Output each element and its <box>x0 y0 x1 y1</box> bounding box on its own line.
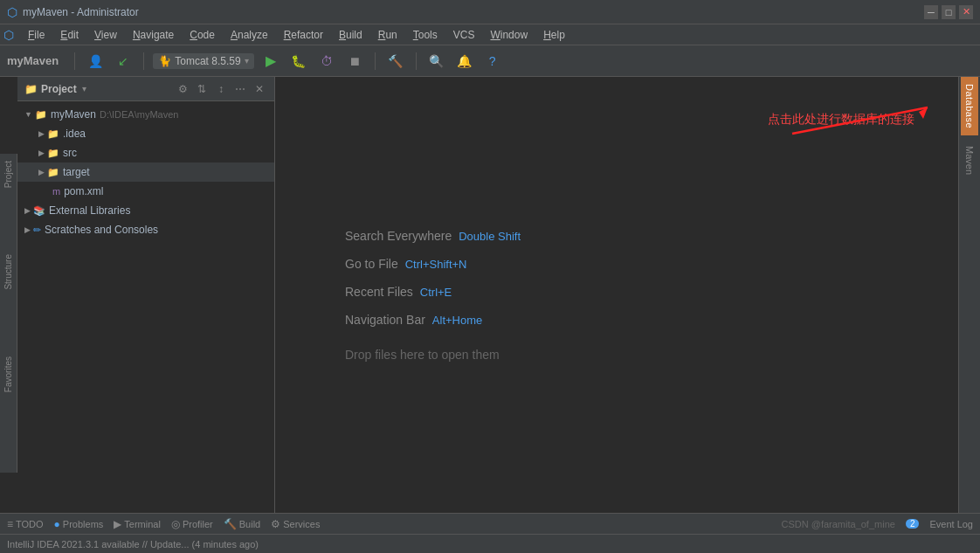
favorites-side-tab[interactable]: Favorites <box>1 349 16 399</box>
todo-icon: ≡ <box>7 518 13 530</box>
project-header-title: Project <box>41 83 77 95</box>
src-label: src <box>63 147 77 159</box>
editor-area: Search Everywhere Double Shift Go to Fil… <box>275 77 958 513</box>
profile-button[interactable]: ⏱ <box>315 50 338 73</box>
debug-button[interactable]: 🐛 <box>287 50 310 73</box>
search-everywhere-button[interactable]: 🔍 <box>425 50 448 73</box>
project-expand-icon[interactable]: ↕ <box>213 81 229 97</box>
shortcut-goto-key: Ctrl+Shift+N <box>405 258 467 271</box>
project-sort-icon[interactable]: ⇅ <box>194 81 210 97</box>
content-area: Project Structure Favorites 📁 Project ▾ … <box>0 77 980 513</box>
terminal-icon: ▶ <box>114 518 121 530</box>
menu-window[interactable]: Window <box>483 27 535 43</box>
project-close-icon[interactable]: ✕ <box>252 81 267 97</box>
tree-item-pomxml[interactable]: m pom.xml <box>17 182 274 201</box>
menu-help[interactable]: Help <box>536 27 572 43</box>
menu-vcs[interactable]: VCS <box>446 27 482 43</box>
tree-item-scratches[interactable]: ▶ ✏ Scratches and Consoles <box>17 220 274 239</box>
menu-build[interactable]: Build <box>332 27 369 43</box>
project-side-tab[interactable]: Project <box>1 154 16 195</box>
shortcut-search-everywhere: Search Everywhere Double Shift <box>345 229 521 243</box>
shortcut-recent-files: Recent Files Ctrl+E <box>345 285 452 299</box>
editor-content: Search Everywhere Double Shift Go to Fil… <box>275 77 958 513</box>
pomxml-file-icon: m <box>52 186 60 197</box>
idea-arrow-icon: ▶ <box>38 129 45 138</box>
structure-side-tab[interactable]: Structure <box>1 247 16 297</box>
notifications-button[interactable]: 🔔 <box>453 50 476 73</box>
menu-run[interactable]: Run <box>371 27 404 43</box>
csdn-user: CSDN @faramita_of_mine <box>782 519 895 529</box>
tree-item-idea[interactable]: ▶ 📁 .idea <box>17 124 274 143</box>
left-vertical-tabs: Project Structure Favorites <box>0 154 17 473</box>
src-arrow-icon: ▶ <box>38 149 45 157</box>
profiler-status[interactable]: ◎ Profiler <box>171 518 213 530</box>
toolbar-separator-2 <box>143 52 144 70</box>
menu-refactor[interactable]: Refactor <box>277 27 330 43</box>
menu-analyze[interactable]: Analyze <box>224 27 275 43</box>
close-button[interactable]: ✕ <box>959 5 973 19</box>
tree-item-external-libraries[interactable]: ▶ 📚 External Libraries <box>17 201 274 220</box>
idea-label: .idea <box>63 128 86 140</box>
run-config-selector[interactable]: 🐈 Tomcat 8.5.59 ▾ <box>153 53 253 69</box>
tree-root[interactable]: ▼ 📁 myMaven D:\IDEA\myMaven <box>17 105 274 124</box>
project-gear-icon[interactable]: ⋯ <box>232 81 248 97</box>
tree-item-target[interactable]: ▶ 📁 target <box>17 162 274 182</box>
database-tab[interactable]: Database <box>961 77 978 135</box>
app-logo-icon: ⬡ <box>3 28 14 42</box>
shortcut-navigation-bar: Navigation Bar Alt+Home <box>345 313 482 327</box>
stop-button[interactable]: ⏹ <box>343 50 366 73</box>
build-icon: 🔨 <box>224 518 237 530</box>
maximize-button[interactable]: □ <box>942 5 956 19</box>
toolbar-separator-4 <box>416 52 417 70</box>
menu-edit[interactable]: Edit <box>53 27 86 43</box>
root-arrow-icon: ▼ <box>24 110 32 119</box>
terminal-status[interactable]: ▶ Terminal <box>114 518 161 530</box>
build-status[interactable]: 🔨 Build <box>224 518 260 530</box>
project-panel-header: 📁 Project ▾ ⚙ ⇅ ↕ ⋯ ✕ <box>17 77 274 101</box>
todo-label: TODO <box>16 519 44 529</box>
build-label: Build <box>239 519 260 529</box>
menu-code[interactable]: Code <box>183 27 222 43</box>
terminal-label: Terminal <box>124 519 161 529</box>
src-folder-icon: 📁 <box>47 148 59 159</box>
menu-navigate[interactable]: Navigate <box>126 27 181 43</box>
build-button[interactable]: 🔨 <box>384 50 407 73</box>
services-icon: ⚙ <box>271 518 280 530</box>
titlebar-left: ⬡ myMaven - Administrator <box>7 5 139 19</box>
toolbar: myMaven 👤 ↙ 🐈 Tomcat 8.5.59 ▾ ▶ 🐛 ⏱ ⏹ 🔨 … <box>0 45 980 77</box>
todo-status[interactable]: ≡ TODO <box>7 518 44 530</box>
project-folder-icon: 📁 <box>24 83 38 95</box>
user-profile-button[interactable]: 👤 <box>84 50 107 73</box>
project-dropdown-icon[interactable]: ▾ <box>82 84 86 93</box>
root-label: myMaven <box>51 108 96 121</box>
minimize-button[interactable]: ─ <box>924 5 938 19</box>
problems-status[interactable]: ● Problems <box>54 518 104 530</box>
tree-item-src[interactable]: ▶ 📁 src <box>17 143 274 162</box>
run-config-arrow-icon: ▾ <box>245 56 249 66</box>
vcs-update-button[interactable]: ↙ <box>112 50 135 73</box>
menu-file[interactable]: File <box>21 27 52 43</box>
status-right: CSDN @faramita_of_mine 2 Event Log <box>782 519 974 529</box>
shortcut-go-to-file: Go to File Ctrl+Shift+N <box>345 257 467 271</box>
help-button[interactable]: ? <box>481 50 504 73</box>
main-wrapper: Project Structure Favorites 📁 Project ▾ … <box>0 77 980 553</box>
ext-lib-label: External Libraries <box>49 204 130 217</box>
run-button[interactable]: ▶ <box>259 50 282 73</box>
run-config-icon: 🐈 <box>158 55 171 67</box>
root-path: D:\IDEA\myMaven <box>100 109 178 120</box>
problems-icon: ● <box>54 518 60 530</box>
shortcut-recent-key: Ctrl+E <box>420 286 452 299</box>
event-log-label[interactable]: Event Log <box>929 519 973 529</box>
titlebar: ⬡ myMaven - Administrator ─ □ ✕ <box>0 0 980 24</box>
project-settings-icon[interactable]: ⚙ <box>175 81 190 97</box>
scratch-label: Scratches and Consoles <box>45 224 158 236</box>
pomxml-label: pom.xml <box>64 185 103 197</box>
profiler-label: Profiler <box>183 519 213 529</box>
menu-view[interactable]: View <box>87 27 124 43</box>
root-folder-icon: 📁 <box>35 109 47 121</box>
shortcut-search-label: Search Everywhere <box>345 229 452 243</box>
maven-tab[interactable]: Maven <box>961 139 978 182</box>
scratch-icon: ✏ <box>33 225 41 236</box>
services-status[interactable]: ⚙ Services <box>271 518 320 530</box>
menu-tools[interactable]: Tools <box>406 27 445 43</box>
